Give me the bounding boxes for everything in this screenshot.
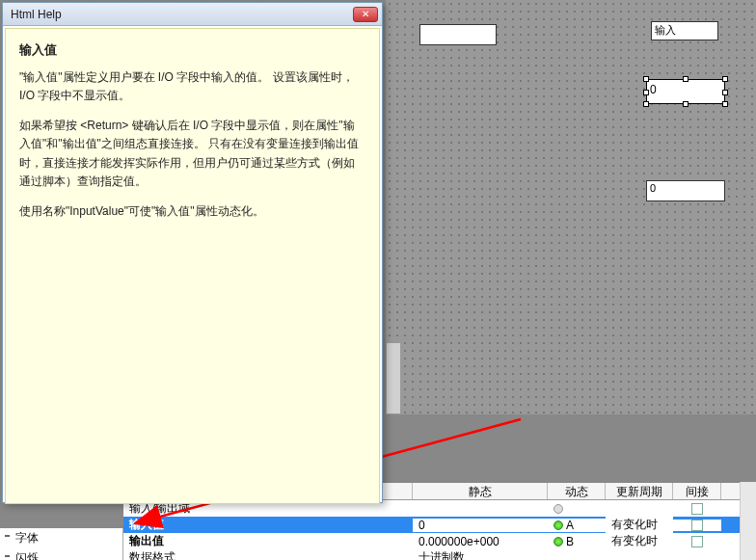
col-dynamic-header[interactable]: 动态 (548, 483, 606, 499)
design-canvas[interactable]: 输入 0 0 (386, 0, 756, 414)
resize-handle-se[interactable] (722, 101, 728, 107)
io-field-selected[interactable]: 0 (646, 79, 725, 104)
io-field-1[interactable] (419, 24, 497, 45)
dynamic-tag: B (566, 535, 574, 548)
canvas-scrollbar[interactable] (386, 342, 401, 414)
prop-update[interactable]: 有变化时 (606, 533, 673, 549)
bulb-icon (554, 520, 563, 530)
io-field-input-label[interactable]: 输入 (651, 21, 718, 40)
help-window: Html Help ✕ 输入值 "输入值"属性定义用户要在 I/O 字段中输入的… (2, 2, 383, 503)
property-row-data-format[interactable]: 数据格式 十进制数 (123, 549, 756, 560)
category-sidebar: 字体 闪烁 其它 限制 (0, 528, 123, 560)
prop-update[interactable]: 有变化时 (606, 517, 673, 533)
vertical-scrollbar[interactable] (740, 482, 756, 560)
help-paragraph-3: 使用名称"InputValue"可使"输入值"属性动态化。 (19, 202, 365, 221)
prop-indirect[interactable] (673, 520, 721, 531)
prop-name: 数据格式 (123, 549, 413, 560)
prop-static[interactable]: 0 (413, 519, 548, 532)
resize-handle-e[interactable] (722, 90, 728, 95)
checkbox[interactable] (691, 520, 703, 531)
help-heading: 输入值 (19, 40, 365, 61)
io-field-selected-value: 0 (650, 83, 657, 96)
resize-handle-sw[interactable] (643, 101, 649, 107)
prop-name: 输出值 (123, 533, 413, 549)
col-update-header[interactable]: 更新周期 (606, 483, 673, 499)
io-field-4[interactable]: 0 (646, 180, 725, 201)
help-paragraph-1: "输入值"属性定义用户要在 I/O 字段中输入的值。 设置该属性时，I/O 字段… (19, 68, 365, 105)
checkbox[interactable] (691, 536, 703, 547)
col-static-header[interactable]: 静态 (413, 483, 548, 499)
bulb-icon (554, 537, 563, 547)
prop-dynamic[interactable]: B (548, 535, 606, 548)
prop-static[interactable]: 十进制数 (413, 549, 548, 560)
col-indirect-header[interactable]: 间接 (673, 483, 721, 499)
help-window-title: Html Help (7, 8, 353, 21)
resize-handle-nw[interactable] (643, 76, 649, 82)
property-row-input-value[interactable]: 输入值 0 A 有变化时 (123, 517, 756, 533)
dynamic-tag: A (566, 519, 574, 532)
close-icon[interactable]: ✕ (353, 7, 378, 22)
prop-name: 输入值 (123, 517, 413, 533)
sidebar-item-flash[interactable]: 闪烁 (0, 548, 122, 560)
sidebar-item-font[interactable]: 字体 (0, 528, 122, 548)
resize-handle-w[interactable] (643, 90, 649, 95)
prop-indirect[interactable] (673, 536, 721, 547)
prop-dynamic[interactable]: A (548, 519, 606, 532)
resize-handle-s[interactable] (683, 101, 688, 107)
prop-indirect[interactable] (673, 503, 721, 515)
prop-static[interactable]: 0.000000e+000 (413, 535, 548, 548)
property-row-output-value[interactable]: 输出值 0.000000e+000 B 有变化时 (123, 533, 756, 549)
prop-dynamic[interactable] (548, 504, 606, 514)
bulb-icon (554, 504, 563, 514)
help-paragraph-2: 如果希望按 <Return> 键确认后在 I/O 字段中显示值，则在属性"输入值… (19, 117, 365, 191)
resize-handle-n[interactable] (683, 76, 688, 82)
resize-handle-ne[interactable] (722, 76, 728, 82)
help-titlebar[interactable]: Html Help ✕ (3, 3, 382, 26)
help-body: 输入值 "输入值"属性定义用户要在 I/O 字段中输入的值。 设置该属性时，I/… (5, 28, 380, 504)
checkbox[interactable] (691, 503, 703, 515)
